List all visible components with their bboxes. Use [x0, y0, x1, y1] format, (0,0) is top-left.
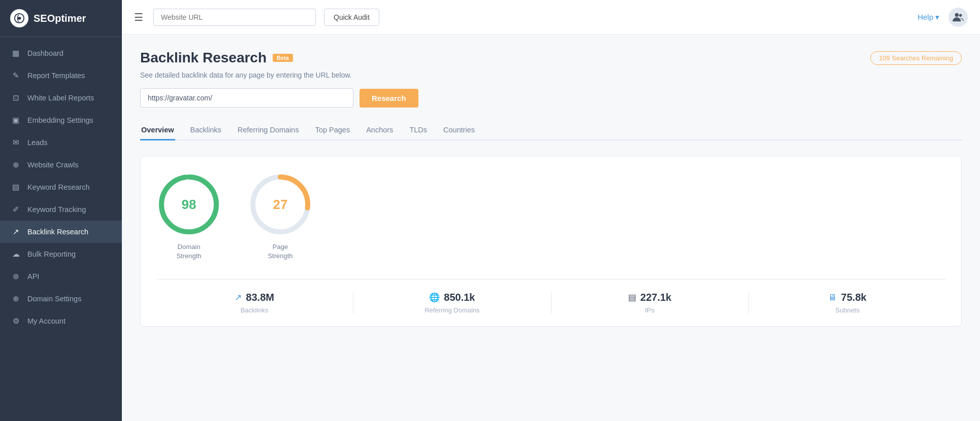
searches-remaining-badge: 109 Searches Remaining — [870, 51, 962, 65]
sidebar-label-keyword-research: Keyword Research — [27, 183, 90, 191]
nav-icon-report-templates: ✎ — [11, 71, 20, 80]
sidebar-label-dashboard: Dashboard — [27, 49, 63, 57]
sidebar-item-white-label-reports[interactable]: ⊡ White Label Reports — [0, 87, 122, 109]
help-button[interactable]: Help ▾ — [918, 13, 939, 22]
circle-svg: 27 — [247, 171, 313, 237]
sidebar-label-domain-settings: Domain Settings — [27, 295, 81, 303]
tab-overview[interactable]: Overview — [140, 122, 175, 141]
circle-label: DomainStrength — [176, 242, 201, 261]
svg-text:98: 98 — [182, 197, 197, 212]
nav-icon-keyword-research: ▤ — [11, 183, 20, 192]
sidebar-label-embedding-settings: Embedding Settings — [27, 116, 93, 124]
stat-label: Backlinks — [241, 306, 269, 314]
sidebar-logo[interactable]: SEOptimer — [0, 0, 122, 37]
main-wrapper: ☰ Quick Audit Help ▾ Backlink Research B… — [122, 0, 980, 421]
nav-icon-website-crawls: ⊕ — [11, 160, 20, 169]
sidebar-item-keyword-research[interactable]: ▤ Keyword Research — [0, 176, 122, 198]
research-button[interactable]: Research — [360, 89, 418, 108]
beta-badge: Beta — [273, 54, 293, 62]
stat-value: 227.1k — [640, 292, 671, 303]
help-label: Help — [918, 13, 933, 21]
stat-value: 83.8M — [246, 292, 274, 303]
help-chevron-icon: ▾ — [935, 13, 939, 22]
stat-label: Referring Domains — [424, 306, 479, 314]
hamburger-icon[interactable]: ☰ — [134, 11, 143, 23]
sidebar-item-report-templates[interactable]: ✎ Report Templates — [0, 64, 122, 87]
backlink-url-input[interactable] — [140, 88, 353, 108]
user-avatar[interactable] — [949, 8, 968, 27]
sidebar-item-leads[interactable]: ✉ Leads — [0, 131, 122, 154]
stat-backlinks: ↗ 83.8M Backlinks — [156, 292, 353, 314]
logo-icon — [10, 9, 28, 27]
sidebar-label-api: API — [27, 272, 39, 280]
quick-audit-button[interactable]: Quick Audit — [324, 9, 379, 26]
tab-referring-domains[interactable]: Referring Domains — [237, 122, 300, 141]
topbar-right: Help ▾ — [918, 8, 968, 27]
logo-text: SEOptimer — [34, 13, 86, 24]
circle-page-strength: 27 PageStrength — [247, 171, 313, 261]
tab-top-pages[interactable]: Top Pages — [314, 122, 351, 141]
sidebar-label-white-label-reports: White Label Reports — [27, 94, 94, 102]
stat-icon: ▤ — [628, 292, 636, 303]
nav-icon-dashboard: ▦ — [11, 49, 20, 58]
nav-icon-domain-settings: ⊕ — [11, 294, 20, 303]
sidebar-item-domain-settings[interactable]: ⊕ Domain Settings — [0, 288, 122, 310]
stat-value-row: 🖥 75.8k — [828, 292, 866, 303]
nav-icon-bulk-reporting: ☁ — [11, 250, 20, 259]
circle-svg: 98 — [156, 171, 222, 237]
sidebar-item-backlink-research[interactable]: ↗ Backlink Research — [0, 221, 122, 243]
sidebar-label-backlink-research: Backlink Research — [27, 228, 88, 236]
sidebar-label-website-crawls: Website Crawls — [27, 161, 78, 169]
sidebar: SEOptimer ▦ Dashboard✎ Report Templates⊡… — [0, 0, 122, 421]
sidebar-nav: ▦ Dashboard✎ Report Templates⊡ White Lab… — [0, 37, 122, 421]
svg-point-1 — [955, 13, 959, 16]
main-content: Backlink Research Beta 109 Searches Rema… — [122, 34, 980, 421]
sidebar-label-bulk-reporting: Bulk Reporting — [27, 250, 76, 258]
nav-icon-keyword-tracking: ✐ — [11, 205, 20, 214]
stat-referring-domains: 🌐 850.1k Referring Domains — [353, 292, 551, 314]
tab-countries[interactable]: Countries — [442, 122, 476, 141]
stat-icon: 🌐 — [429, 292, 440, 303]
stat-value: 75.8k — [841, 292, 866, 303]
stat-subnets: 🖥 75.8k Subnets — [749, 292, 946, 314]
sidebar-item-bulk-reporting[interactable]: ☁ Bulk Reporting — [0, 243, 122, 265]
sidebar-item-keyword-tracking[interactable]: ✐ Keyword Tracking — [0, 198, 122, 221]
stat-value: 850.1k — [444, 292, 475, 303]
overview-section: 98 DomainStrength 27 PageStrength ↗ 83.8… — [140, 156, 962, 327]
stat-label: Subnets — [835, 306, 860, 314]
sidebar-item-website-crawls[interactable]: ⊕ Website Crawls — [0, 154, 122, 176]
page-title: Backlink Research — [140, 50, 267, 66]
stat-ips: ▤ 227.1k IPs — [551, 292, 749, 314]
website-url-input[interactable] — [153, 9, 316, 26]
svg-text:27: 27 — [273, 197, 288, 212]
nav-icon-backlink-research: ↗ — [11, 227, 20, 236]
page-header: Backlink Research Beta 109 Searches Rema… — [140, 50, 962, 66]
stat-value-row: ▤ 227.1k — [628, 292, 671, 303]
sidebar-item-api[interactable]: ⊛ API — [0, 265, 122, 288]
circle-domain-strength: 98 DomainStrength — [156, 171, 222, 261]
circles-row: 98 DomainStrength 27 PageStrength — [156, 171, 946, 261]
stat-label: IPs — [645, 306, 655, 314]
url-form: Research — [140, 88, 962, 108]
nav-icon-api: ⊛ — [11, 272, 20, 281]
nav-icon-white-label-reports: ⊡ — [11, 93, 20, 102]
sidebar-item-embedding-settings[interactable]: ▣ Embedding Settings — [0, 109, 122, 131]
stat-value-row: ↗ 83.8M — [235, 292, 274, 303]
tabs-bar: OverviewBacklinksReferring DomainsTop Pa… — [140, 122, 962, 141]
sidebar-item-my-account[interactable]: ⚙ My Account — [0, 310, 122, 332]
stat-icon: ↗ — [235, 292, 242, 303]
nav-icon-my-account: ⚙ — [11, 317, 20, 326]
sidebar-label-keyword-tracking: Keyword Tracking — [27, 205, 86, 214]
topbar: ☰ Quick Audit Help ▾ — [122, 0, 980, 34]
nav-icon-embedding-settings: ▣ — [11, 116, 20, 125]
stat-icon: 🖥 — [828, 293, 837, 303]
tab-tlds[interactable]: TLDs — [408, 122, 428, 141]
sidebar-label-my-account: My Account — [27, 317, 66, 325]
sidebar-label-leads: Leads — [27, 138, 48, 147]
tab-backlinks[interactable]: Backlinks — [189, 122, 222, 141]
nav-icon-leads: ✉ — [11, 138, 20, 147]
page-subtitle: See detailed backlink data for any page … — [140, 71, 962, 79]
page-title-row: Backlink Research Beta — [140, 50, 293, 66]
sidebar-item-dashboard[interactable]: ▦ Dashboard — [0, 42, 122, 64]
tab-anchors[interactable]: Anchors — [365, 122, 394, 141]
